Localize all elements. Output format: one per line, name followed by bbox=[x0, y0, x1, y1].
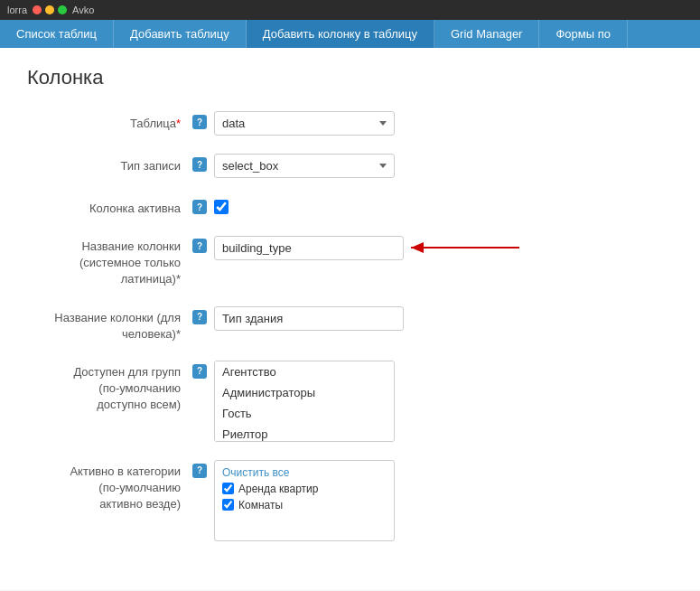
human-name-input-wrap bbox=[214, 306, 404, 331]
tab-grid-manager[interactable]: Grid Manager bbox=[434, 20, 539, 48]
group-item-realtor[interactable]: Риелтор bbox=[215, 424, 394, 442]
help-icon-groups[interactable]: ? bbox=[192, 364, 207, 379]
dot-yellow bbox=[45, 5, 54, 14]
category-item-rent[interactable]: Аренда квартир bbox=[215, 481, 394, 497]
help-icon-column-name[interactable]: ? bbox=[192, 239, 207, 253]
category-checkbox-rent[interactable] bbox=[222, 483, 234, 494]
clear-all-link[interactable]: Очистить все bbox=[215, 464, 394, 481]
group-item-guest[interactable]: Гость bbox=[215, 403, 394, 424]
label-table: Таблица* bbox=[27, 111, 190, 130]
form-row-type: Тип записи ? select_box bbox=[27, 154, 673, 178]
form-row-human-name: Название колонки (для человека)* ? bbox=[27, 306, 673, 342]
dot-green bbox=[58, 5, 67, 14]
label-groups: Доступен для групп (по-умолчанию доступн… bbox=[27, 361, 190, 414]
tab-add-column[interactable]: Добавить колонку в таблицу bbox=[247, 20, 434, 48]
tab-list[interactable]: Список таблиц bbox=[0, 20, 114, 48]
label-active: Колонка активна bbox=[27, 196, 190, 215]
label-column-name: Название колонки (системное только латин… bbox=[27, 235, 190, 288]
help-icon-type[interactable]: ? bbox=[192, 157, 207, 172]
column-name-input[interactable] bbox=[214, 236, 404, 260]
type-select[interactable]: select_box bbox=[214, 154, 395, 178]
groups-list-wrap: Агентство Администраторы Гость Риелтор bbox=[214, 361, 395, 442]
column-name-input-wrap bbox=[214, 235, 537, 260]
dot-red bbox=[33, 5, 42, 14]
help-icon-categories[interactable]: ? bbox=[192, 464, 207, 478]
nav-tabs: Список таблиц Добавить таблицу Добавить … bbox=[0, 20, 700, 48]
human-name-input[interactable] bbox=[214, 306, 404, 331]
top-bar-brand: Avko bbox=[72, 5, 94, 15]
group-item-agency[interactable]: Агентство bbox=[215, 361, 394, 382]
tab-forms[interactable]: Формы по bbox=[539, 20, 628, 48]
tab-add-table[interactable]: Добавить таблицу bbox=[114, 20, 247, 48]
page-title: Колонка bbox=[27, 66, 673, 89]
top-bar: lorra Avko bbox=[0, 0, 700, 20]
form-row-groups: Доступен для групп (по-умолчанию доступн… bbox=[27, 361, 673, 442]
help-icon-active[interactable]: ? bbox=[192, 200, 207, 214]
table-select[interactable]: data bbox=[214, 111, 395, 136]
category-item-rooms[interactable]: Комнаты bbox=[215, 497, 394, 513]
help-icon-human-name[interactable]: ? bbox=[192, 310, 207, 324]
groups-multi-select[interactable]: Агентство Администраторы Гость Риелтор bbox=[214, 361, 395, 442]
categories-box-wrap: Очистить все Аренда квартир Комнаты bbox=[214, 460, 395, 541]
active-checkbox-wrap bbox=[214, 196, 229, 217]
svg-marker-1 bbox=[411, 242, 424, 253]
categories-box[interactable]: Очистить все Аренда квартир Комнаты bbox=[214, 460, 395, 541]
help-icon-table[interactable]: ? bbox=[192, 115, 207, 129]
active-checkbox[interactable] bbox=[214, 200, 229, 214]
topbar-text: lorra bbox=[7, 5, 27, 15]
group-item-admins[interactable]: Администраторы bbox=[215, 382, 394, 403]
label-type: Тип записи bbox=[27, 154, 190, 173]
traffic-lights bbox=[33, 5, 67, 14]
form-row-table: Таблица* ? data bbox=[27, 111, 673, 136]
table-select-wrap: data bbox=[214, 111, 395, 136]
form-row-column-name: Название колонки (системное только латин… bbox=[27, 235, 673, 288]
type-select-wrap: select_box bbox=[214, 154, 395, 178]
form-row-active: Колонка активна ? bbox=[27, 196, 673, 217]
page-content: Колонка Таблица* ? data Тип записи ? sel… bbox=[0, 48, 700, 590]
label-categories: Активно в категории (по-умолчанию активн… bbox=[27, 460, 190, 513]
label-human-name: Название колонки (для человека)* bbox=[27, 306, 190, 342]
category-checkbox-rooms[interactable] bbox=[222, 499, 234, 511]
red-arrow-annotation bbox=[411, 235, 537, 260]
form-row-categories: Активно в категории (по-умолчанию активн… bbox=[27, 460, 673, 541]
